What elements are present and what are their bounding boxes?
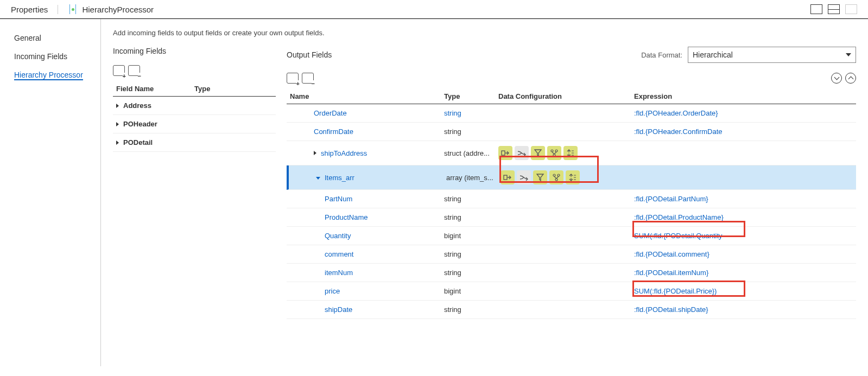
svg-point-3 xyxy=(553,154,555,156)
collapse-circle-icon[interactable] xyxy=(845,73,856,84)
field-name-link[interactable]: PartNum xyxy=(325,195,352,203)
field-name: Address xyxy=(123,101,151,110)
svg-point-7 xyxy=(555,179,557,181)
field-name-link[interactable]: shipDate xyxy=(325,305,352,314)
add-output-icon[interactable] xyxy=(500,170,515,184)
expression-link[interactable]: :fld.{POHeader.OrderDate} xyxy=(634,109,718,117)
output-fields-title: Output Fields xyxy=(287,50,641,59)
output-field-row[interactable]: OrderDate string :fld.{POHeader.OrderDat… xyxy=(287,104,856,123)
tab-general[interactable]: General xyxy=(14,29,100,47)
expand-caret-icon[interactable] xyxy=(116,104,119,108)
expression-link[interactable]: SUM(:fld.{PODetail.Quantity xyxy=(634,232,723,240)
output-field-row[interactable]: itemNum string :fld.{PODetail.itemNum} xyxy=(287,264,856,282)
intro-text: Add incoming fields to output fields or … xyxy=(113,29,856,37)
data-format-value: Hierarchical xyxy=(693,50,733,59)
expression-link[interactable]: :fld.{POHeader.ConfirmDate xyxy=(634,128,723,136)
field-name-link[interactable]: OrderDate xyxy=(314,109,347,117)
expand-caret-icon[interactable] xyxy=(116,141,119,145)
processor-name: HierarchyProcessor xyxy=(82,5,154,14)
add-output-icon[interactable] xyxy=(498,146,512,160)
output-field-row[interactable]: comment string :fld.{PODetail.comment} xyxy=(287,245,856,264)
expand-circle-icon[interactable] xyxy=(831,73,842,84)
col-field-name: Field Name xyxy=(113,85,194,93)
group-by-icon[interactable] xyxy=(549,170,563,184)
field-name-link[interactable]: ConfirmDate xyxy=(314,128,353,136)
col-out-type: Type xyxy=(444,92,498,100)
order-by-icon[interactable] xyxy=(566,170,580,184)
field-name-link[interactable]: ProductName xyxy=(325,213,368,221)
data-format-label: Data Format: xyxy=(641,51,682,59)
svg-rect-0 xyxy=(502,151,505,155)
field-name: PODetail xyxy=(123,138,153,146)
expression-link[interactable]: :fld.{PODetail.comment} xyxy=(634,250,709,258)
svg-point-1 xyxy=(551,150,553,152)
collapse-all-out-icon[interactable] xyxy=(302,73,314,84)
svg-point-5 xyxy=(553,174,555,176)
field-name-link[interactable]: Items_arr xyxy=(325,174,354,182)
field-type: string xyxy=(444,195,498,203)
field-type: struct (addre... xyxy=(444,149,498,157)
field-type: string xyxy=(444,213,498,221)
dropdown-icon xyxy=(846,53,851,56)
output-field-row[interactable]: shipToAddress struct (addre... xyxy=(287,141,856,165)
field-type: string xyxy=(444,109,498,117)
expand-caret-icon[interactable] xyxy=(314,151,316,155)
layout-blank-icon[interactable] xyxy=(845,4,857,14)
data-format-select[interactable]: Hierarchical xyxy=(688,47,856,63)
panel-title: Properties xyxy=(11,5,58,14)
hierarchy-icon xyxy=(68,4,78,14)
expression-link[interactable]: :fld.{PODetail.ProductName} xyxy=(634,213,724,221)
incoming-field-row[interactable]: POHeader xyxy=(113,115,276,133)
output-field-row[interactable]: ConfirmDate string :fld.{POHeader.Confir… xyxy=(287,123,856,141)
field-name-link[interactable]: Quantity xyxy=(325,232,351,240)
join-icon[interactable] xyxy=(515,146,529,160)
field-type: array (item_s... xyxy=(446,174,500,182)
field-type: bigint xyxy=(444,287,498,295)
field-name-link[interactable]: shipToAddress xyxy=(321,149,367,157)
group-by-icon[interactable] xyxy=(547,146,561,160)
expression-link[interactable]: :fld.{PODetail.shipDate} xyxy=(634,305,708,314)
expression-link[interactable]: :fld.{PODetail.itemNum} xyxy=(634,269,708,277)
col-expression: Expression xyxy=(634,92,856,100)
field-name-link[interactable]: price xyxy=(325,287,340,295)
expression-link[interactable]: SUM(:fld.{PODetail.Price}) xyxy=(634,287,717,295)
field-type: bigint xyxy=(444,232,498,240)
svg-point-6 xyxy=(557,174,560,176)
col-type: Type xyxy=(194,85,276,93)
processor-label: HierarchyProcessor xyxy=(68,4,154,14)
collapse-all-icon[interactable] xyxy=(128,65,140,76)
expand-caret-icon[interactable] xyxy=(116,122,119,126)
tab-hierarchy-processor[interactable]: Hierarchy Processor xyxy=(14,71,83,80)
tab-incoming-fields[interactable]: Incoming Fields xyxy=(14,47,100,66)
field-type: string xyxy=(444,128,498,136)
expand-all-icon[interactable] xyxy=(113,65,125,76)
output-field-row[interactable]: shipDate string :fld.{PODetail.shipDate} xyxy=(287,301,856,319)
col-name: Name xyxy=(287,92,444,100)
incoming-fields-title: Incoming Fields xyxy=(113,47,276,55)
svg-point-2 xyxy=(555,150,557,152)
layout-split-icon[interactable] xyxy=(828,4,840,14)
join-icon[interactable] xyxy=(517,170,531,184)
output-field-row[interactable]: Items_arr array (item_s... xyxy=(287,165,856,190)
col-data-config: Data Configuration xyxy=(498,92,634,100)
expression-link[interactable]: :fld.{PODetail.PartNum} xyxy=(634,195,708,203)
filter-icon[interactable] xyxy=(531,146,545,160)
layout-single-icon[interactable] xyxy=(810,4,822,14)
field-name: POHeader xyxy=(123,120,157,128)
output-field-row[interactable]: price bigint SUM(:fld.{PODetail.Price}) xyxy=(287,282,856,301)
output-field-row[interactable]: PartNum string :fld.{PODetail.PartNum} xyxy=(287,190,856,208)
order-by-icon[interactable] xyxy=(563,146,578,160)
field-type: string xyxy=(444,250,498,258)
collapse-caret-icon[interactable] xyxy=(316,177,320,180)
expand-all-out-icon[interactable] xyxy=(287,73,299,84)
field-name-link[interactable]: comment xyxy=(325,250,353,258)
field-type: string xyxy=(444,305,498,314)
svg-rect-4 xyxy=(504,175,507,180)
field-type: string xyxy=(444,269,498,277)
filter-icon[interactable] xyxy=(533,170,547,184)
output-field-row[interactable]: ProductName string :fld.{PODetail.Produc… xyxy=(287,208,856,227)
incoming-field-row[interactable]: Address xyxy=(113,97,276,115)
field-name-link[interactable]: itemNum xyxy=(325,269,353,277)
incoming-field-row[interactable]: PODetail xyxy=(113,133,276,152)
output-field-row[interactable]: Quantity bigint SUM(:fld.{PODetail.Quant… xyxy=(287,227,856,245)
